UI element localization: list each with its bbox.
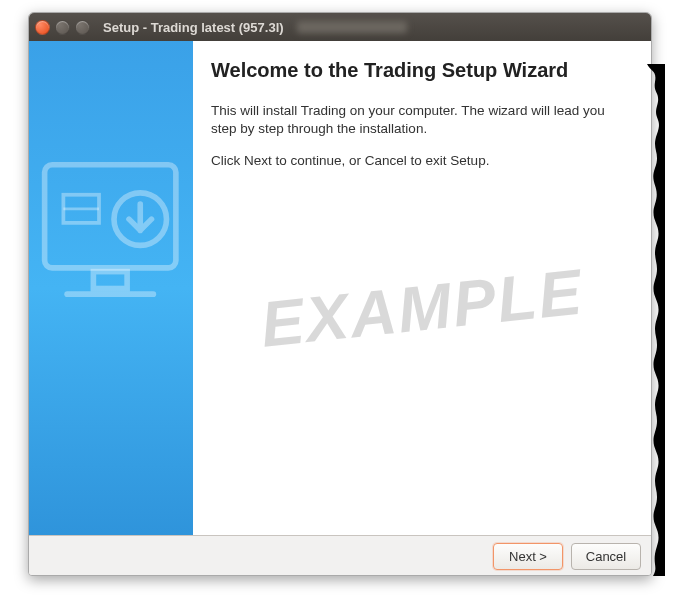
next-button[interactable]: Next > [493, 543, 563, 570]
window-title: Setup - Trading latest (957.3l) [103, 20, 284, 35]
minimize-icon[interactable] [55, 20, 70, 35]
wizard-paragraph-1: This will install Trading on your comput… [211, 102, 629, 138]
svg-rect-4 [93, 272, 127, 289]
wizard-footer: Next > Cancel [29, 535, 651, 576]
wizard-paragraph-2: Click Next to continue, or Cancel to exi… [211, 152, 629, 170]
cancel-button[interactable]: Cancel [571, 543, 641, 570]
titlebar: Setup - Trading latest (957.3l) [29, 13, 651, 41]
example-watermark: EXAMPLE [257, 254, 586, 361]
wizard-content: Welcome to the Trading Setup Wizard This… [29, 41, 651, 535]
title-blurred-text [297, 21, 407, 33]
wizard-heading: Welcome to the Trading Setup Wizard [211, 59, 629, 82]
side-panel [29, 41, 193, 535]
setup-wizard-window: Setup - Trading latest (957.3l) Welcome … [28, 12, 652, 576]
download-monitor-icon [39, 151, 189, 351]
close-icon[interactable] [35, 20, 50, 35]
maximize-icon[interactable] [75, 20, 90, 35]
main-panel: Welcome to the Trading Setup Wizard This… [193, 41, 651, 535]
